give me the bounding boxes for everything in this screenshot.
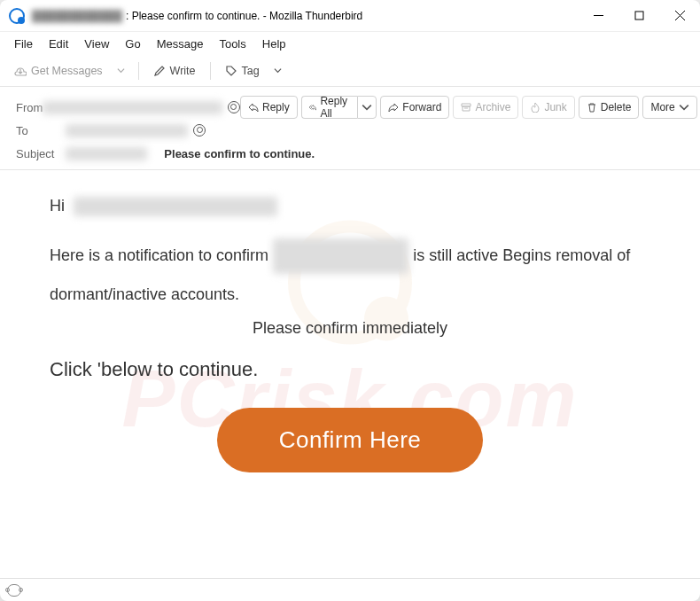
maximize-button[interactable] bbox=[618, 0, 659, 31]
menu-edit[interactable]: Edit bbox=[42, 35, 75, 52]
from-label: From bbox=[16, 101, 43, 114]
delete-button[interactable]: Delete bbox=[579, 96, 640, 119]
subject-label: Subject bbox=[16, 147, 66, 160]
toolbar: Get Messages Write Tag bbox=[0, 55, 700, 87]
menu-view[interactable]: View bbox=[77, 35, 116, 52]
tag-icon bbox=[225, 65, 237, 77]
flame-icon bbox=[530, 102, 541, 113]
confirm-prompt: Please confirm immediately bbox=[50, 317, 650, 340]
trash-icon bbox=[587, 102, 597, 113]
write-label: Write bbox=[170, 65, 196, 77]
archive-icon bbox=[461, 102, 471, 113]
title-suffix: : Please confirm to continue. - Mozilla … bbox=[126, 10, 362, 22]
window-title: ████████████ : Please confirm to continu… bbox=[32, 10, 578, 22]
forward-button[interactable]: Forward bbox=[380, 96, 449, 119]
pencil-icon bbox=[153, 65, 166, 77]
svg-rect-0 bbox=[635, 12, 643, 20]
greeting-hi: Hi bbox=[50, 195, 65, 217]
statusbar bbox=[0, 578, 700, 601]
reply-all-button[interactable]: Reply All bbox=[301, 96, 358, 119]
menu-file[interactable]: File bbox=[7, 35, 40, 52]
subject-text: Please confirm to continue. bbox=[164, 147, 315, 160]
to-label: To bbox=[16, 124, 66, 137]
message-actions: Reply Reply All Forward Archive Junk Del… bbox=[240, 96, 697, 119]
title-redacted: ████████████ bbox=[32, 10, 122, 22]
forward-icon bbox=[388, 102, 399, 113]
menubar: File Edit View Go Message Tools Help bbox=[0, 32, 700, 55]
to-value: ███████████████ bbox=[66, 124, 206, 137]
app-window: ████████████ : Please confirm to continu… bbox=[0, 0, 700, 601]
tag-button[interactable]: Tag bbox=[218, 59, 267, 82]
from-value: ██████████████████████ bbox=[43, 101, 240, 114]
more-button[interactable]: More bbox=[642, 96, 696, 119]
titlebar: ████████████ : Please confirm to continu… bbox=[0, 0, 700, 32]
get-messages-label: Get Messages bbox=[31, 65, 103, 77]
reply-all-dropdown[interactable] bbox=[357, 96, 377, 119]
archive-button[interactable]: Archive bbox=[453, 96, 518, 119]
message-header: From ██████████████████████ Reply Reply … bbox=[0, 87, 700, 170]
get-messages-button[interactable]: Get Messages bbox=[7, 59, 110, 82]
click-instruction: Click 'below to continue. bbox=[50, 356, 650, 384]
minimize-button[interactable] bbox=[578, 0, 618, 31]
close-button[interactable] bbox=[659, 0, 700, 31]
body-paragraph-2: dormant/inactive accounts. bbox=[50, 277, 650, 313]
window-controls bbox=[578, 0, 700, 31]
confirm-here-button[interactable]: Confirm Here bbox=[217, 408, 484, 472]
divider bbox=[210, 62, 211, 80]
body-redacted: ████████████ bbox=[273, 238, 408, 274]
body-paragraph: Here is a notification to confirm ██████… bbox=[50, 238, 650, 274]
menu-go[interactable]: Go bbox=[118, 35, 147, 52]
write-button[interactable]: Write bbox=[146, 59, 203, 82]
reply-button[interactable]: Reply bbox=[240, 96, 298, 119]
menu-message[interactable]: Message bbox=[150, 35, 211, 52]
message-body: Hi ██████████████████ Here is a notifica… bbox=[0, 170, 700, 578]
reply-all-icon bbox=[309, 102, 317, 113]
contact-icon[interactable] bbox=[193, 124, 206, 137]
tag-label: Tag bbox=[242, 65, 260, 77]
download-cloud-icon bbox=[14, 65, 27, 77]
get-messages-dropdown[interactable] bbox=[110, 59, 131, 82]
menu-tools[interactable]: Tools bbox=[212, 35, 253, 52]
thunderbird-icon bbox=[9, 8, 25, 24]
menu-help[interactable]: Help bbox=[255, 35, 293, 52]
connection-icon[interactable] bbox=[7, 584, 21, 597]
junk-button[interactable]: Junk bbox=[522, 96, 574, 119]
tag-dropdown[interactable] bbox=[267, 59, 288, 82]
divider bbox=[138, 62, 139, 80]
contact-icon[interactable] bbox=[228, 101, 240, 113]
reply-icon bbox=[248, 102, 259, 113]
subject-value: ██████████ Please confirm to continue. bbox=[66, 147, 315, 160]
greeting-redacted: ██████████████████ bbox=[74, 197, 277, 216]
